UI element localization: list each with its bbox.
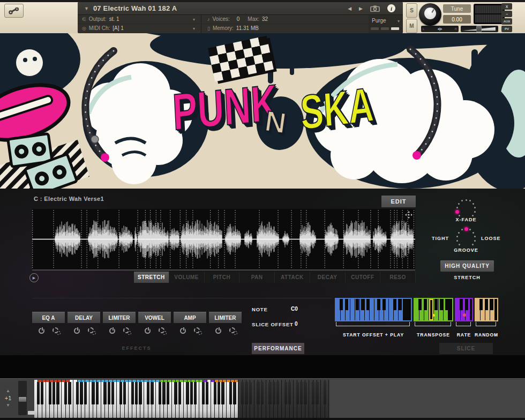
range-black-key[interactable]	[418, 299, 422, 310]
piano-black-key[interactable]	[151, 382, 153, 404]
piano-black-key[interactable]	[268, 382, 271, 404]
piano-black-key[interactable]	[257, 382, 259, 404]
fx-power-icon[interactable]	[215, 328, 221, 334]
range-black-key[interactable]	[366, 299, 370, 310]
info-icon[interactable]: i	[387, 4, 395, 12]
octave-up-icon[interactable]: ▲	[6, 388, 10, 393]
left-arc-handle[interactable]	[91, 136, 99, 143]
fx-slot-button-amp[interactable]: AMP	[174, 312, 206, 323]
fx-slot-button-delay[interactable]: DELAY	[68, 312, 100, 323]
purge-label[interactable]: Purge	[372, 18, 386, 24]
purge-control[interactable]: Purge ▾	[369, 15, 403, 33]
pv-button[interactable]: PV	[501, 26, 512, 32]
solo-button[interactable]: S	[406, 3, 417, 18]
piano-black-key[interactable]	[139, 382, 141, 404]
piano-black-key[interactable]	[284, 382, 287, 404]
purge-caret-icon[interactable]: ▾	[398, 19, 400, 24]
piano-black-key[interactable]	[288, 382, 291, 404]
range-black-key[interactable]	[345, 299, 348, 310]
tab-pan[interactable]: PAN	[239, 272, 275, 283]
volume-fader-handle[interactable]	[476, 26, 482, 32]
piano-black-key[interactable]	[273, 382, 275, 404]
range-black-key[interactable]	[479, 299, 483, 310]
range-black-key[interactable]	[424, 299, 427, 310]
tab-pitch[interactable]: PITCH	[205, 272, 240, 283]
tab-cutoff[interactable]: CUTOFF	[346, 272, 381, 283]
fx-power-icon[interactable]	[145, 328, 151, 334]
tab-reso[interactable]: RESO	[380, 272, 416, 283]
range-black-key[interactable]	[393, 299, 396, 310]
range-key[interactable]	[429, 299, 434, 320]
piano-black-key[interactable]	[119, 382, 122, 404]
volume-fader[interactable]	[461, 26, 498, 32]
range-black-key[interactable]	[340, 299, 343, 310]
piano-black-key[interactable]	[167, 382, 169, 404]
piano-black-key[interactable]	[312, 382, 314, 404]
preview-play-button[interactable]: ▶	[29, 273, 39, 282]
slice-button[interactable]: SLICE	[439, 343, 493, 354]
fx-power-icon[interactable]	[180, 328, 186, 334]
range-black-key[interactable]	[490, 299, 493, 310]
piano-black-key[interactable]	[206, 382, 208, 404]
piano-black-key[interactable]	[108, 382, 110, 404]
piano-black-key[interactable]	[249, 382, 252, 404]
aux-button[interactable]: AUX	[501, 18, 512, 25]
fx-power-icon[interactable]	[39, 328, 44, 334]
piano-black-key[interactable]	[37, 382, 40, 404]
waveform-display[interactable]	[32, 209, 415, 269]
piano-black-key[interactable]	[80, 382, 82, 404]
collapse-caret-icon[interactable]: ▼	[84, 6, 89, 11]
midi-caret-icon[interactable]: ▾	[193, 26, 195, 31]
piano-black-key[interactable]	[41, 382, 43, 404]
range-black-key[interactable]	[399, 299, 402, 310]
tab-decay[interactable]: DECAY	[310, 272, 346, 283]
range-key[interactable]	[350, 299, 355, 320]
midi-channel-selector[interactable]: ◎ MIDI Ch:[A] 1	[82, 25, 124, 31]
range-start-offset-play[interactable]	[335, 298, 412, 321]
piano-black-key[interactable]	[296, 382, 299, 404]
piano-black-key[interactable]	[300, 382, 303, 404]
piano-black-key[interactable]	[103, 382, 106, 404]
piano-black-key[interactable]	[186, 382, 189, 404]
mute-button[interactable]: M	[406, 19, 417, 33]
tab-attack[interactable]: ATTACK	[275, 272, 310, 283]
piano-black-key[interactable]	[64, 382, 67, 404]
edit-wrench-button[interactable]	[4, 4, 24, 18]
tab-stretch[interactable]: STRETCH	[134, 272, 169, 283]
piano-black-key[interactable]	[261, 382, 264, 404]
keyboard-scroll-slider[interactable]	[18, 381, 27, 415]
piano-black-key[interactable]	[162, 382, 165, 404]
piano-black-key[interactable]	[241, 382, 244, 404]
piano-black-key[interactable]	[123, 382, 126, 404]
next-instrument-arrow[interactable]: ▶	[359, 6, 363, 11]
piano-black-key[interactable]	[147, 382, 149, 404]
range-black-key[interactable]	[440, 299, 443, 310]
piano-black-key[interactable]	[131, 382, 134, 404]
fx-slot-button-vowel[interactable]: VOWEL	[138, 312, 171, 323]
range-black-key[interactable]	[377, 299, 380, 310]
pan-slider[interactable]: L ◂|▸ R	[421, 26, 459, 32]
fx-slot-button-limiter[interactable]: LIMITER	[209, 312, 242, 323]
keyboard-scroll-handle[interactable]	[19, 397, 26, 402]
snapshot-camera-icon[interactable]	[370, 5, 380, 12]
piano-black-key[interactable]	[174, 382, 177, 404]
piano-black-key[interactable]	[159, 382, 161, 404]
range-black-key[interactable]	[356, 299, 359, 310]
range-black-key[interactable]	[485, 299, 488, 310]
piano-black-key[interactable]	[190, 382, 193, 404]
fx-slot-button-eq-a[interactable]: EQ A	[32, 312, 65, 323]
piano-black-key[interactable]	[111, 382, 114, 404]
range-black-key[interactable]	[445, 299, 448, 310]
move-tool-icon[interactable]	[405, 211, 412, 219]
piano-black-key[interactable]	[56, 382, 59, 404]
tab-volume[interactable]: VOLUME	[169, 272, 205, 283]
right-arc-pink-dot[interactable]	[412, 151, 421, 160]
range-black-key[interactable]	[460, 299, 463, 310]
range-black-key[interactable]	[465, 299, 468, 310]
range-black-key[interactable]	[404, 299, 407, 310]
fx-slot-button-limiter[interactable]: LIMITER	[103, 312, 136, 323]
left-arc-pink-dot[interactable]	[101, 153, 109, 162]
piano-black-key[interactable]	[245, 382, 248, 404]
range-black-key[interactable]	[434, 299, 438, 310]
minimize-button[interactable]: −	[501, 11, 512, 17]
